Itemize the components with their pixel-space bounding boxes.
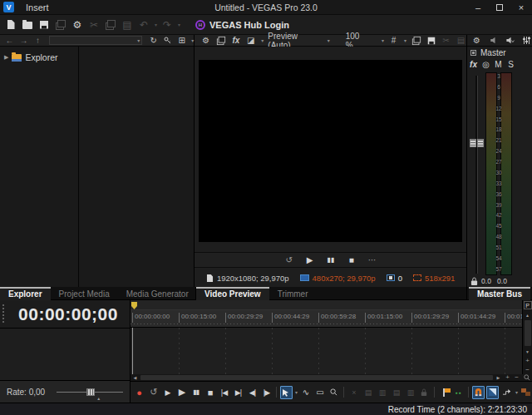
bus-fx-button[interactable]: fx [469, 59, 478, 69]
insert-region-button[interactable]: ●● [452, 386, 465, 399]
minimize-button[interactable]: – [467, 0, 489, 15]
scroll-up-button[interactable]: ▲ [523, 310, 532, 319]
open-project-button[interactable] [21, 17, 34, 32]
normal-edit-tool-button[interactable] [280, 386, 293, 399]
ignore-event-grouping-button[interactable] [520, 386, 532, 399]
delete-button[interactable]: × [347, 386, 360, 399]
preview-quality-dropdown[interactable]: ▾ [328, 37, 330, 43]
grid-overlay-dropdown[interactable]: ▾ [404, 37, 406, 43]
lock-envelopes-dropdown[interactable]: ▾ [515, 389, 518, 395]
undo-dropdown[interactable]: ▾ [155, 22, 157, 27]
paste-button[interactable]: ▤ [121, 17, 134, 32]
mixer-button[interactable] [521, 35, 532, 46]
project-properties-button[interactable]: ⚙ [71, 17, 84, 32]
tab-video-preview[interactable]: Video Preview [196, 287, 269, 300]
master-fader-handles[interactable] [470, 139, 484, 147]
tree-expander-icon[interactable]: ▶ [4, 54, 8, 61]
horizontal-scrollbar[interactable]: ◀ ▶ + − [131, 374, 532, 381]
maximize-button[interactable] [489, 0, 510, 15]
cut-button[interactable]: ✂ [87, 17, 101, 32]
views-button[interactable]: ⊞ [176, 35, 187, 46]
copy-button[interactable] [104, 17, 117, 32]
tab-master-bus[interactable]: Master Bus [469, 287, 530, 300]
horizontal-scroll-thumb[interactable] [140, 375, 493, 380]
record-button[interactable]: ● [133, 386, 145, 399]
pause-button[interactable]: ▮▮ [190, 386, 202, 399]
mixer-properties-button[interactable]: ⚙ [471, 35, 482, 46]
trim-start-button[interactable]: ▤ [362, 386, 374, 399]
next-frame-button[interactable]: |▶ [260, 386, 273, 399]
vertical-scrollbar[interactable]: P ▲ ▼ + − [522, 300, 532, 374]
zoom-edit-tool-button[interactable] [328, 386, 340, 399]
lock-envelopes-button[interactable] [500, 386, 513, 399]
tab-explorer[interactable]: Explorer [0, 287, 51, 300]
preview-play-button[interactable]: ▶ [304, 255, 316, 264]
scroll-down-button[interactable]: ▼ [523, 347, 532, 356]
render-as-button[interactable] [54, 17, 67, 32]
redo-dropdown[interactable]: ▾ [178, 22, 180, 27]
fader-handle-left[interactable] [470, 139, 476, 147]
external-monitor-button[interactable] [215, 35, 226, 46]
vegas-hub-login-button[interactable]: H VEGAS Hub Login [190, 17, 294, 33]
vertical-scroll-thumb[interactable] [525, 320, 531, 346]
downmix-output-button[interactable] [505, 35, 515, 46]
play-from-start-button[interactable]: ▶ [161, 386, 174, 399]
auto-ripple-button[interactable] [486, 386, 499, 399]
pane-p-button[interactable]: P [524, 301, 532, 309]
new-project-button[interactable] [4, 17, 17, 32]
tree-item-explorer[interactable]: ▶ Explorer [0, 51, 78, 63]
track-view[interactable] [131, 328, 532, 374]
copy-snapshot-button[interactable] [411, 35, 421, 46]
envelope-tool-button[interactable]: ∿ [299, 386, 312, 399]
edit-tool-dropdown[interactable]: ▾ [295, 389, 298, 395]
video-fx-button[interactable]: fx [230, 35, 241, 46]
bus-automation-button[interactable]: ◎ [481, 59, 490, 69]
zoom-in-track-button[interactable]: + [523, 356, 532, 365]
selection-tool-button[interactable]: ▭ [313, 386, 326, 399]
snap-toggle-button[interactable] [472, 386, 485, 399]
time-ruler[interactable]: 00:00:00:0000:00:15:0000:00:29:2900:00:4… [131, 310, 532, 328]
refresh-button[interactable]: ↻ [148, 35, 159, 46]
split-event-button[interactable]: ▤ [390, 386, 402, 399]
tape-button[interactable]: ▤ [456, 35, 466, 46]
save-snapshot-button[interactable] [426, 35, 436, 46]
grid-overlay-button[interactable]: # [388, 35, 399, 46]
forward-button[interactable]: → [18, 35, 29, 46]
explorer-file-list[interactable] [79, 47, 194, 287]
play-button[interactable]: ▶ [175, 386, 188, 399]
close-button[interactable]: × [510, 0, 532, 15]
undo-button[interactable]: ↶ [137, 17, 150, 32]
preview-properties-button[interactable]: ⚙ [200, 35, 211, 46]
lock-icon[interactable] [470, 277, 478, 286]
trim-end-button[interactable]: ▥ [376, 386, 388, 399]
trim-adjacent-button[interactable]: ▥ [404, 386, 416, 399]
zoom-out-track-button[interactable]: − [523, 365, 532, 374]
preview-loop-button[interactable]: ↺ [283, 255, 295, 264]
split-screen-dropdown[interactable]: ▾ [261, 37, 264, 43]
preview-more-button[interactable]: ⋯ [367, 255, 378, 264]
edit-cursor-head[interactable] [131, 302, 137, 309]
preview-zoom-dropdown[interactable]: ▾ [382, 37, 384, 43]
fader-handle-right[interactable] [477, 139, 484, 147]
tab-trimmer[interactable]: Trimmer [269, 287, 317, 300]
back-button[interactable]: ← [4, 35, 15, 46]
views-dropdown[interactable]: ▾ [191, 37, 194, 43]
mute-output-button[interactable] [488, 35, 499, 46]
stop-button[interactable]: ■ [204, 386, 216, 399]
marker-bar[interactable] [131, 300, 532, 310]
bus-mute-button[interactable]: M [494, 59, 503, 69]
go-to-start-button[interactable]: |◀ [218, 386, 230, 399]
zoom-out-time-button[interactable]: − [512, 374, 521, 381]
loop-playback-button[interactable]: ↺ [147, 386, 160, 399]
loop-preview-button[interactable]: ✂ [441, 35, 451, 46]
redo-button[interactable]: ↷ [160, 17, 174, 32]
rate-slider[interactable]: ▲ [57, 392, 123, 393]
bus-solo-button[interactable]: S [506, 59, 515, 69]
go-to-end-button[interactable]: ▶| [232, 386, 244, 399]
menu-item-insert[interactable]: Insert [19, 0, 64, 15]
lock-event-button[interactable] [418, 386, 431, 399]
zoom-in-time-button[interactable]: + [503, 374, 512, 381]
address-combobox[interactable]: ▾ [49, 36, 142, 45]
preview-stop-button[interactable]: ■ [346, 255, 357, 264]
zoom-tool-corner-button[interactable] [521, 374, 532, 381]
